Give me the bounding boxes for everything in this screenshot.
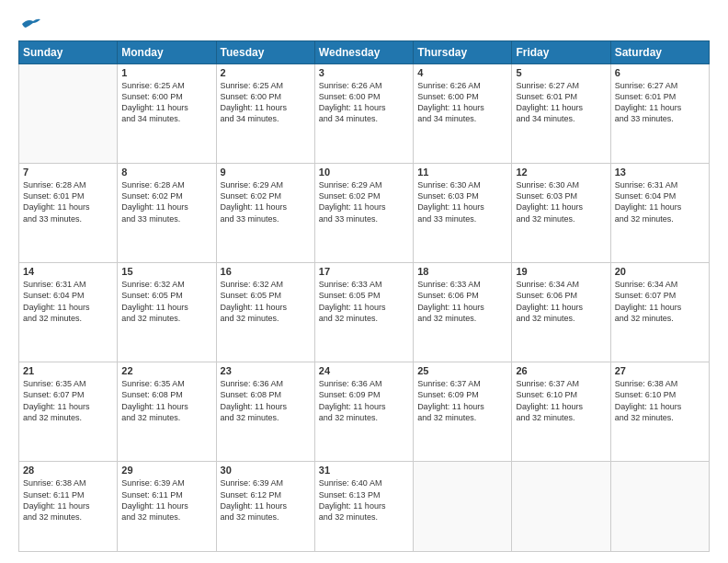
week-row-5: 28Sunrise: 6:38 AM Sunset: 6:11 PM Dayli… [19,462,710,552]
calendar-cell [19,64,118,164]
day-number: 9 [221,167,311,178]
calendar-cell: 23Sunrise: 6:36 AM Sunset: 6:08 PM Dayli… [216,362,314,462]
day-number: 27 [615,365,705,376]
day-info: Sunrise: 6:35 AM Sunset: 6:07 PM Dayligh… [23,378,113,423]
day-number: 14 [23,266,113,277]
calendar-cell: 19Sunrise: 6:34 AM Sunset: 6:06 PM Dayli… [512,263,610,362]
calendar-cell: 11Sunrise: 6:30 AM Sunset: 6:03 PM Dayli… [414,164,512,263]
calendar-cell: 16Sunrise: 6:32 AM Sunset: 6:05 PM Dayli… [216,263,314,362]
header [18,17,710,31]
calendar-cell: 4Sunrise: 6:26 AM Sunset: 6:00 PM Daylig… [414,64,512,164]
calendar-cell: 29Sunrise: 6:39 AM Sunset: 6:11 PM Dayli… [118,462,216,552]
calendar-header-thursday: Thursday [414,41,512,64]
day-number: 25 [417,365,507,376]
day-info: Sunrise: 6:36 AM Sunset: 6:09 PM Dayligh… [319,378,409,423]
day-info: Sunrise: 6:37 AM Sunset: 6:10 PM Dayligh… [516,378,606,423]
day-number: 10 [319,167,409,178]
calendar-cell: 2Sunrise: 6:25 AM Sunset: 6:00 PM Daylig… [216,64,314,164]
logo-bird-icon [20,17,40,31]
day-info: Sunrise: 6:33 AM Sunset: 6:06 PM Dayligh… [417,279,507,324]
week-row-1: 1Sunrise: 6:25 AM Sunset: 6:00 PM Daylig… [19,64,710,164]
calendar-cell: 20Sunrise: 6:34 AM Sunset: 6:07 PM Dayli… [610,263,709,362]
calendar-cell: 24Sunrise: 6:36 AM Sunset: 6:09 PM Dayli… [314,362,413,462]
calendar-cell: 12Sunrise: 6:30 AM Sunset: 6:03 PM Dayli… [512,164,610,263]
day-number: 18 [417,266,507,277]
day-info: Sunrise: 6:34 AM Sunset: 6:07 PM Dayligh… [615,279,705,324]
day-number: 26 [516,365,606,376]
day-info: Sunrise: 6:27 AM Sunset: 6:01 PM Dayligh… [615,80,705,125]
calendar-cell: 3Sunrise: 6:26 AM Sunset: 6:00 PM Daylig… [314,64,413,164]
calendar-header-row: SundayMondayTuesdayWednesdayThursdayFrid… [19,41,710,64]
day-number: 17 [319,266,409,277]
day-info: Sunrise: 6:29 AM Sunset: 6:02 PM Dayligh… [319,179,409,224]
day-info: Sunrise: 6:39 AM Sunset: 6:12 PM Dayligh… [221,477,311,523]
day-number: 21 [23,365,113,376]
day-info: Sunrise: 6:29 AM Sunset: 6:02 PM Dayligh… [221,179,311,224]
day-number: 31 [319,465,409,476]
day-number: 1 [121,67,211,78]
day-number: 8 [121,167,211,178]
calendar-cell [512,462,610,552]
week-row-2: 7Sunrise: 6:28 AM Sunset: 6:01 PM Daylig… [19,164,710,263]
day-number: 19 [516,266,606,277]
day-info: Sunrise: 6:31 AM Sunset: 6:04 PM Dayligh… [615,179,705,224]
calendar-header-sunday: Sunday [19,41,118,64]
calendar-cell: 8Sunrise: 6:28 AM Sunset: 6:02 PM Daylig… [118,164,216,263]
week-row-4: 21Sunrise: 6:35 AM Sunset: 6:07 PM Dayli… [19,362,710,462]
calendar-cell: 13Sunrise: 6:31 AM Sunset: 6:04 PM Dayli… [610,164,709,263]
day-info: Sunrise: 6:34 AM Sunset: 6:06 PM Dayligh… [516,279,606,324]
calendar-header-tuesday: Tuesday [216,41,314,64]
calendar-cell: 7Sunrise: 6:28 AM Sunset: 6:01 PM Daylig… [19,164,118,263]
calendar-cell: 31Sunrise: 6:40 AM Sunset: 6:13 PM Dayli… [314,462,413,552]
day-number: 22 [121,365,211,376]
day-number: 6 [615,67,705,78]
day-number: 7 [23,167,113,178]
calendar-header-monday: Monday [118,41,216,64]
page: SundayMondayTuesdayWednesdayThursdayFrid… [0,0,728,563]
day-number: 13 [615,167,705,178]
calendar-cell: 10Sunrise: 6:29 AM Sunset: 6:02 PM Dayli… [314,164,413,263]
calendar-cell: 28Sunrise: 6:38 AM Sunset: 6:11 PM Dayli… [19,462,118,552]
calendar-cell: 15Sunrise: 6:32 AM Sunset: 6:05 PM Dayli… [118,263,216,362]
day-number: 12 [516,167,606,178]
day-info: Sunrise: 6:33 AM Sunset: 6:05 PM Dayligh… [319,279,409,324]
day-info: Sunrise: 6:26 AM Sunset: 6:00 PM Dayligh… [319,80,409,125]
day-number: 20 [615,266,705,277]
calendar-header-wednesday: Wednesday [314,41,413,64]
day-info: Sunrise: 6:37 AM Sunset: 6:09 PM Dayligh… [417,378,507,423]
day-number: 28 [23,465,113,476]
calendar-table: SundayMondayTuesdayWednesdayThursdayFrid… [18,40,710,552]
calendar-cell: 5Sunrise: 6:27 AM Sunset: 6:01 PM Daylig… [512,64,610,164]
day-info: Sunrise: 6:32 AM Sunset: 6:05 PM Dayligh… [221,279,311,324]
calendar-cell: 9Sunrise: 6:29 AM Sunset: 6:02 PM Daylig… [216,164,314,263]
day-number: 4 [417,67,507,78]
day-number: 15 [121,266,211,277]
day-number: 16 [221,266,311,277]
day-info: Sunrise: 6:36 AM Sunset: 6:08 PM Dayligh… [221,378,311,423]
day-info: Sunrise: 6:28 AM Sunset: 6:02 PM Dayligh… [121,179,211,224]
calendar-cell: 25Sunrise: 6:37 AM Sunset: 6:09 PM Dayli… [414,362,512,462]
week-row-3: 14Sunrise: 6:31 AM Sunset: 6:04 PM Dayli… [19,263,710,362]
calendar-cell [610,462,709,552]
day-info: Sunrise: 6:25 AM Sunset: 6:00 PM Dayligh… [121,80,211,125]
logo [18,17,40,31]
calendar-cell: 6Sunrise: 6:27 AM Sunset: 6:01 PM Daylig… [610,64,709,164]
day-number: 2 [221,67,311,78]
calendar-cell: 26Sunrise: 6:37 AM Sunset: 6:10 PM Dayli… [512,362,610,462]
day-number: 5 [516,67,606,78]
day-number: 29 [121,465,211,476]
day-info: Sunrise: 6:30 AM Sunset: 6:03 PM Dayligh… [516,179,606,224]
day-info: Sunrise: 6:38 AM Sunset: 6:11 PM Dayligh… [23,477,113,523]
calendar-cell: 18Sunrise: 6:33 AM Sunset: 6:06 PM Dayli… [414,263,512,362]
day-info: Sunrise: 6:31 AM Sunset: 6:04 PM Dayligh… [23,279,113,324]
day-info: Sunrise: 6:40 AM Sunset: 6:13 PM Dayligh… [319,477,409,523]
calendar-cell: 1Sunrise: 6:25 AM Sunset: 6:00 PM Daylig… [118,64,216,164]
day-number: 11 [417,167,507,178]
logo-text [18,17,40,31]
calendar-cell: 14Sunrise: 6:31 AM Sunset: 6:04 PM Dayli… [19,263,118,362]
day-number: 24 [319,365,409,376]
day-info: Sunrise: 6:28 AM Sunset: 6:01 PM Dayligh… [23,179,113,224]
calendar-header-saturday: Saturday [610,41,709,64]
calendar-cell: 21Sunrise: 6:35 AM Sunset: 6:07 PM Dayli… [19,362,118,462]
day-number: 23 [221,365,311,376]
